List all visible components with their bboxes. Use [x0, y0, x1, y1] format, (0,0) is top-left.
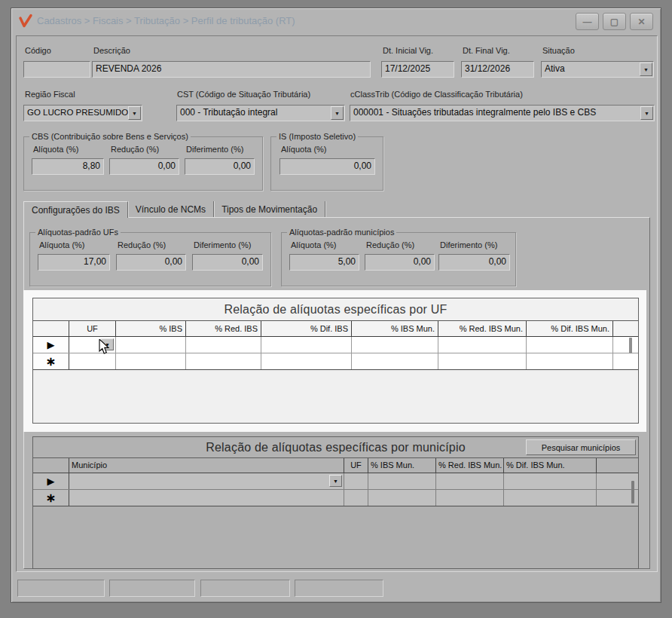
- mun-row-selector[interactable]: ▶: [33, 473, 69, 489]
- mun-cell-ibs-mun[interactable]: [368, 490, 436, 506]
- mun-cell-dropdown-arrow-icon[interactable]: ▼: [329, 475, 342, 487]
- new-row-indicator-icon: ∗: [33, 490, 69, 506]
- uf-defaults-title: Alíquotas-padrão UFs: [35, 228, 121, 237]
- regiao-fiscal-label: Região Fiscal: [25, 90, 75, 99]
- tab-strip: Configurações do IBS Vínculo de NCMs Tip…: [23, 200, 325, 217]
- uf-aliquota-input[interactable]: 17,00: [38, 254, 110, 271]
- title-bar[interactable]: Cadastros > Fiscais > Tributação > Perfi…: [11, 8, 661, 34]
- uf-aliquota-label: Alíquota (%): [39, 240, 85, 249]
- cbs-diferimento-input[interactable]: 0,00: [185, 158, 255, 175]
- uf-cell-dif-ibs[interactable]: [261, 353, 352, 369]
- status-panel-2: [109, 580, 195, 597]
- close-button[interactable]: ✕: [630, 13, 653, 30]
- mun-header-dif-ibs-mun: % Dif. IBS Mun.: [504, 458, 597, 473]
- dropdown-arrow-icon[interactable]: ▼: [640, 63, 652, 76]
- situacao-select[interactable]: Ativa ▼: [541, 61, 654, 78]
- uf-diferimento-input[interactable]: 0,00: [192, 254, 263, 271]
- new-row-indicator-icon: ∗: [33, 353, 69, 369]
- is-aliquota-input[interactable]: 0,00: [279, 158, 375, 175]
- uf-table-row-new[interactable]: ∗: [33, 353, 638, 370]
- cbs-reducao-input[interactable]: 0,00: [109, 158, 179, 175]
- dropdown-arrow-icon[interactable]: ▼: [640, 106, 653, 120]
- is-aliquota-label: Alíquota (%): [281, 145, 327, 154]
- mun-cell-red-ibs-mun[interactable]: [436, 490, 504, 506]
- dropdown-arrow-icon[interactable]: ▼: [331, 106, 344, 120]
- mouse-cursor-icon: [99, 339, 110, 355]
- minimize-button[interactable]: —: [576, 13, 599, 30]
- uf-row-selector[interactable]: ∗: [33, 353, 69, 369]
- mun-header-selector: [33, 458, 69, 473]
- uf-cell-ibs-mun[interactable]: [352, 353, 438, 369]
- uf-table-highlight-region: Relação de alíquotas específicas por UF …: [23, 290, 646, 432]
- cst-value: 000 - Tributação integral: [180, 107, 277, 118]
- uf-header-filler: [613, 321, 638, 336]
- cbs-reducao-label: Redução (%): [111, 145, 159, 154]
- uf-table-title: Relação de alíquotas específicas por UF: [33, 298, 638, 321]
- window-title-breadcrumb: Cadastros > Fiscais > Tributação > Perfi…: [37, 15, 295, 26]
- current-row-indicator-icon: ▶: [33, 473, 69, 489]
- codigo-input[interactable]: [23, 61, 90, 78]
- mun-aliquota-input[interactable]: 5,00: [289, 254, 359, 271]
- mun-cell-dif-ibs-mun[interactable]: [504, 490, 597, 506]
- uf-header-selector: [33, 321, 69, 336]
- uf-cell-dif-ibs[interactable]: [261, 337, 352, 353]
- dropdown-arrow-icon[interactable]: ▼: [128, 106, 141, 120]
- mun-cell-red-ibs-mun[interactable]: [436, 473, 504, 489]
- cbs-aliquota-label: Alíquota (%): [33, 145, 79, 154]
- mun-table-scrollbar-thumb[interactable]: [631, 481, 634, 503]
- desktop-background: Cadastros > Fiscais > Tributação > Perfi…: [0, 0, 672, 618]
- uf-table-row-current[interactable]: ▶ ▼: [33, 337, 638, 353]
- mun-cell-uf[interactable]: [344, 490, 368, 506]
- mun-header-municipio: Município: [69, 458, 344, 473]
- mun-cell-municipio[interactable]: ▼: [69, 473, 344, 489]
- mun-diferimento-input[interactable]: 0,00: [438, 254, 510, 271]
- mun-cell-municipio[interactable]: [69, 490, 344, 506]
- uf-cell-ibs-mun[interactable]: [352, 337, 438, 353]
- status-panel-4: [295, 580, 383, 597]
- dt-inicial-input[interactable]: 17/12/2025: [381, 61, 454, 78]
- mun-table-row-current[interactable]: ▶ ▼: [33, 473, 638, 490]
- mun-aliquota-label: Alíquota (%): [291, 240, 337, 249]
- uf-cell-ibs[interactable]: [116, 337, 186, 353]
- uf-header-uf: UF: [69, 321, 116, 336]
- uf-table-scrollbar-thumb[interactable]: [629, 338, 632, 353]
- regiao-fiscal-select[interactable]: GO LUCRO PRESUMIDO ▼: [23, 105, 142, 121]
- uf-cell-dif-ibs-mun[interactable]: [527, 337, 613, 353]
- uf-reducao-input[interactable]: 0,00: [116, 254, 186, 271]
- uf-cell-red-ibs-mun[interactable]: [438, 353, 527, 369]
- mun-defaults-groupbox: Alíquotas-padrão municípios Alíquota (%)…: [281, 232, 516, 286]
- uf-cell-red-ibs[interactable]: [186, 353, 261, 369]
- mun-cell-dif-ibs-mun[interactable]: [504, 473, 597, 489]
- uf-reducao-label: Redução (%): [118, 240, 166, 249]
- mun-table-header-row: Município UF % IBS Mun. % Red. IBS Mun. …: [33, 458, 638, 473]
- uf-row-selector[interactable]: ▶: [33, 337, 69, 353]
- mun-row-selector[interactable]: ∗: [33, 490, 69, 506]
- tab-vinculo-ncms[interactable]: Vínculo de NCMs: [128, 201, 214, 217]
- pesquisar-municipios-button[interactable]: Pesquisar municípios: [526, 439, 636, 455]
- uf-cell-dif-ibs-mun[interactable]: [527, 353, 613, 369]
- cst-select[interactable]: 000 - Tributação integral ▼: [176, 105, 345, 121]
- window-controls: — ▢ ✕: [576, 13, 653, 30]
- cbs-diferimento-label: Diferimento (%): [186, 145, 243, 154]
- mun-diferimento-label: Diferimento (%): [440, 240, 497, 249]
- situacao-label: Situação: [542, 46, 575, 55]
- uf-cell-red-ibs-mun[interactable]: [438, 337, 527, 353]
- uf-cell-red-ibs[interactable]: [186, 337, 261, 353]
- mun-table-row-new[interactable]: ∗: [33, 490, 638, 506]
- mun-cell-ibs-mun[interactable]: [368, 473, 436, 489]
- descricao-input[interactable]: REVENDA 2026: [92, 61, 371, 78]
- is-groupbox: IS (Imposto Seletivo) Alíquota (%) 0,00: [270, 136, 383, 191]
- uf-table-header-row: UF % IBS % Red. IBS % Dif. IBS % IBS Mun…: [33, 321, 638, 337]
- current-row-indicator-icon: ▶: [33, 337, 69, 353]
- cbs-aliquota-input[interactable]: 8,80: [32, 158, 104, 175]
- cclasstrib-select[interactable]: 000001 - Situações tributadas integralme…: [350, 105, 655, 121]
- cclasstrib-label: cClassTrib (Código de Classificação Trib…: [350, 90, 523, 99]
- mun-reducao-input[interactable]: 0,00: [365, 254, 435, 271]
- mun-cell-uf[interactable]: [344, 473, 368, 489]
- tab-configuracoes-ibs[interactable]: Configurações do IBS: [23, 201, 128, 218]
- dt-final-input[interactable]: 31/12/2026: [461, 61, 534, 78]
- uf-cell-uf[interactable]: [69, 353, 116, 369]
- tab-tipos-movimentacao[interactable]: Tipos de Movimentação: [214, 201, 325, 217]
- maximize-button[interactable]: ▢: [603, 13, 626, 30]
- uf-cell-ibs[interactable]: [116, 353, 186, 369]
